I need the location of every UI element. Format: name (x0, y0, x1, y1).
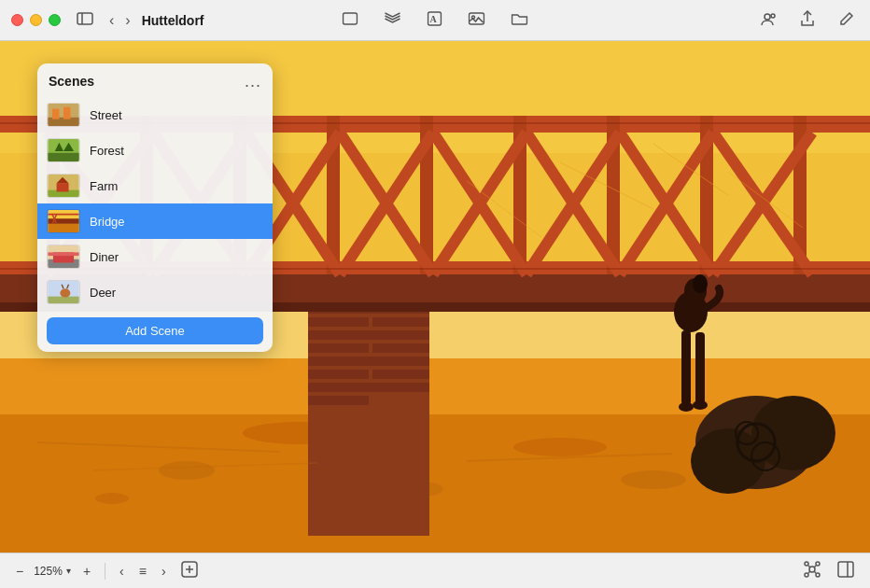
share-icon[interactable] (795, 8, 820, 32)
svg-point-116 (816, 562, 820, 566)
svg-line-120 (814, 566, 816, 567)
forward-button[interactable]: › (121, 10, 133, 31)
fullscreen-button[interactable] (49, 14, 61, 26)
folder-tool-icon[interactable] (507, 10, 533, 30)
titlebar-nav: ‹ › (105, 10, 134, 31)
svg-rect-89 (48, 153, 78, 161)
prev-scene-button[interactable]: ‹ (115, 562, 129, 581)
svg-rect-26 (308, 343, 369, 353)
svg-point-117 (805, 573, 808, 577)
scene-item-bridge[interactable]: Bridge (37, 203, 273, 239)
zoom-dropdown-button[interactable]: ▾ (64, 566, 73, 576)
main-content: Scenes ... Street Forest (0, 41, 870, 553)
svg-line-119 (808, 566, 810, 567)
scene-name-deer: Deer (90, 286, 116, 300)
titlebar-right-icons (754, 8, 859, 32)
next-scene-button[interactable]: › (157, 562, 171, 581)
scene-item-farm[interactable]: Farm (37, 168, 273, 203)
svg-rect-27 (372, 343, 429, 353)
svg-rect-87 (63, 107, 70, 119)
scene-thumbnail-street (47, 103, 80, 127)
svg-point-18 (95, 493, 129, 504)
scene-item-diner[interactable]: Diner (37, 239, 273, 274)
svg-rect-30 (372, 370, 429, 379)
zoom-display: 125% ▾ (34, 565, 73, 578)
scenes-header: Scenes ... (37, 63, 273, 97)
panel-toggle-button[interactable] (833, 559, 859, 582)
svg-rect-94 (57, 183, 69, 191)
svg-rect-25 (308, 330, 429, 340)
svg-rect-74 (695, 332, 705, 405)
svg-rect-28 (308, 357, 429, 366)
svg-rect-5 (470, 13, 484, 24)
scene-name-farm: Farm (90, 179, 118, 193)
media-tool-icon[interactable] (464, 10, 490, 30)
scenes-panel-title: Scenes (49, 74, 94, 89)
svg-point-72 (693, 274, 708, 293)
scenes-panel: Scenes ... Street Forest (37, 63, 273, 352)
bottom-toolbar: − 125% ▾ + ‹ ≡ › (0, 553, 870, 588)
scene-name-street: Street (90, 108, 122, 122)
scene-thumbnail-bridge (47, 209, 80, 233)
svg-point-7 (765, 14, 770, 20)
svg-rect-23 (308, 317, 369, 327)
scene-name-forest: Forest (90, 144, 124, 158)
scenes-more-button[interactable]: ... (245, 73, 261, 90)
svg-rect-31 (308, 383, 429, 392)
svg-rect-29 (308, 370, 369, 379)
svg-line-122 (814, 571, 816, 573)
scene-list-button[interactable]: ≡ (134, 562, 151, 581)
text-tool-icon[interactable]: A (423, 9, 447, 31)
svg-rect-86 (52, 109, 59, 119)
svg-point-75 (679, 402, 694, 412)
scene-thumbnail-forest (47, 138, 80, 162)
svg-rect-73 (681, 330, 691, 405)
scene-thumbnail-farm (47, 174, 80, 198)
svg-point-14 (159, 461, 215, 480)
titlebar: ‹ › Hutteldorf A (0, 0, 870, 41)
rectangle-tool-icon[interactable] (338, 10, 363, 30)
svg-rect-97 (48, 224, 78, 232)
collab-icon[interactable] (754, 8, 780, 32)
svg-point-118 (816, 573, 820, 577)
svg-line-121 (808, 571, 810, 573)
zoom-level: 125% (34, 565, 63, 578)
scene-name-diner: Diner (90, 250, 119, 264)
svg-rect-32 (308, 396, 369, 405)
scene-list: Street Forest Farm Bridge (37, 97, 273, 310)
back-button[interactable]: ‹ (105, 10, 118, 31)
scene-thumbnail-diner (47, 245, 80, 269)
close-button[interactable] (11, 14, 23, 26)
add-scene-button[interactable]: Add Scene (47, 317, 263, 344)
svg-rect-2 (344, 13, 358, 24)
svg-point-108 (60, 288, 70, 297)
toolbar-divider-1 (105, 563, 105, 580)
svg-rect-0 (77, 13, 92, 24)
zoom-in-button[interactable]: + (78, 562, 95, 581)
toolbar-right (799, 559, 859, 582)
scene-item-forest[interactable]: Forest (37, 133, 273, 168)
add-scene-toolbar-button[interactable] (176, 559, 203, 583)
scene-item-street[interactable]: Street (37, 97, 273, 133)
svg-point-76 (693, 400, 708, 410)
svg-point-20 (513, 438, 607, 456)
svg-rect-24 (372, 317, 429, 327)
edit-icon[interactable] (835, 8, 859, 32)
titlebar-center-icons: A (338, 9, 533, 31)
scene-name-bridge: Bridge (90, 215, 125, 229)
document-title: Hutteldorf (142, 13, 204, 28)
svg-text:A: A (430, 14, 438, 24)
node-view-button[interactable] (799, 559, 825, 582)
zoom-out-button[interactable]: − (11, 562, 28, 581)
layers-tool-icon[interactable] (380, 9, 406, 31)
scene-thumbnail-deer (47, 280, 80, 304)
svg-point-8 (771, 14, 775, 18)
svg-rect-123 (838, 562, 853, 577)
minimize-button[interactable] (30, 14, 42, 26)
scene-item-deer[interactable]: Deer (37, 274, 273, 310)
svg-rect-107 (48, 297, 78, 303)
svg-rect-105 (48, 252, 78, 256)
svg-point-16 (621, 470, 686, 489)
sidebar-toggle-button[interactable] (72, 10, 98, 30)
traffic-lights (11, 14, 61, 26)
